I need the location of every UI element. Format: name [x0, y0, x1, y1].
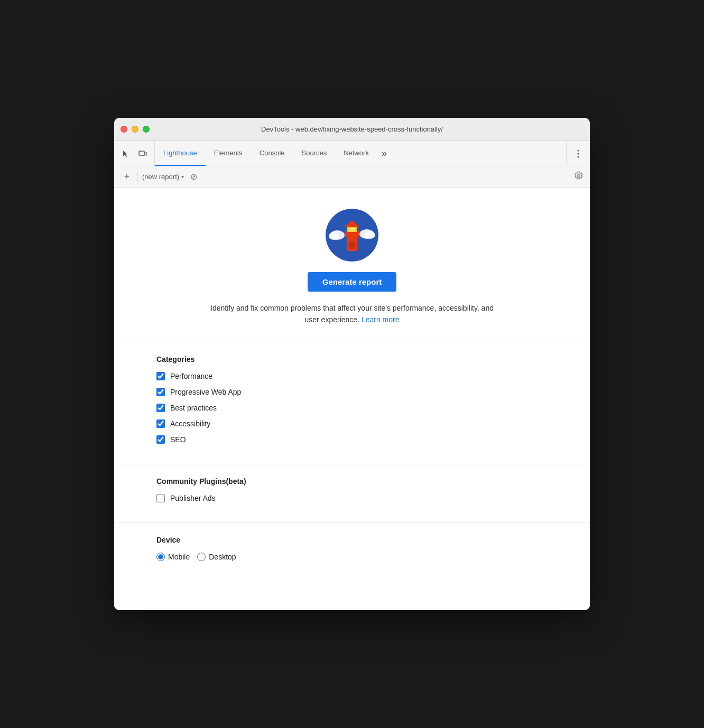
device-radio-group: Mobile Desktop — [156, 553, 548, 561]
radio-desktop[interactable]: Desktop — [197, 553, 236, 561]
lighthouse-logo — [326, 209, 378, 262]
cursor-icon[interactable] — [118, 146, 133, 161]
checkbox-best-practices[interactable]: Best practices — [156, 404, 548, 412]
device-section: Device Mobile Desktop — [114, 523, 590, 574]
chevron-down-icon: ▾ — [181, 174, 184, 180]
more-tabs-button[interactable]: » — [377, 141, 391, 166]
learn-more-link[interactable]: Learn more — [362, 315, 400, 324]
tab-network[interactable]: Network — [335, 141, 377, 166]
more-options-icon[interactable] — [571, 146, 586, 161]
devtools-window: DevTools - web.dev/fixing-website-speed-… — [114, 118, 590, 610]
tab-sources[interactable]: Sources — [293, 141, 336, 166]
toolbar-right — [566, 141, 586, 166]
hero-description: Identify and fix common problems that af… — [204, 302, 500, 326]
report-selector[interactable]: (new report) ▾ — [142, 173, 184, 181]
divider — [137, 172, 138, 182]
plugins-section: Community Plugins(beta) Publisher Ads — [114, 464, 590, 522]
tabs: Lighthouse Elements Console Sources Netw… — [155, 141, 566, 166]
add-report-button[interactable]: + — [121, 171, 133, 183]
device-title: Device — [156, 536, 548, 544]
plugins-title: Community Plugins(beta) — [156, 477, 548, 486]
svg-rect-10 — [349, 228, 355, 231]
cancel-report-button[interactable]: ⊘ — [188, 172, 199, 182]
settings-icon[interactable] — [574, 171, 583, 183]
tab-console[interactable]: Console — [251, 141, 293, 166]
categories-title: Categories — [156, 355, 548, 363]
title-bar: DevTools - web.dev/fixing-website-speed-… — [114, 118, 590, 141]
subtitle-right — [574, 171, 583, 183]
svg-rect-1 — [145, 152, 146, 155]
radio-mobile[interactable]: Mobile — [156, 553, 190, 561]
svg-rect-0 — [139, 151, 144, 155]
toolbar-left — [118, 141, 155, 166]
checkbox-performance[interactable]: Performance — [156, 372, 548, 380]
maximize-button[interactable] — [143, 126, 150, 133]
radio-mobile-input[interactable] — [156, 553, 165, 561]
svg-point-15 — [365, 231, 375, 239]
checkbox-best-practices-input[interactable] — [156, 404, 165, 412]
close-button[interactable] — [121, 126, 127, 133]
window-title: DevTools - web.dev/fixing-website-speed-… — [261, 125, 443, 133]
svg-point-2 — [578, 150, 579, 151]
report-name: (new report) — [142, 173, 179, 181]
generate-report-button[interactable]: Generate report — [308, 272, 397, 292]
main-content: Generate report Identify and fix common … — [114, 188, 590, 610]
subtitle-bar: + (new report) ▾ ⊘ — [114, 166, 590, 188]
checkbox-pwa-input[interactable] — [156, 388, 165, 396]
svg-point-3 — [578, 153, 579, 154]
hero-section: Generate report Identify and fix common … — [114, 188, 590, 342]
traffic-lights — [121, 126, 150, 133]
minimize-button[interactable] — [132, 126, 138, 133]
checkbox-pwa[interactable]: Progressive Web App — [156, 388, 548, 396]
checkbox-performance-input[interactable] — [156, 372, 165, 380]
categories-section: Categories Performance Progressive Web A… — [114, 342, 590, 464]
checkbox-seo-input[interactable] — [156, 435, 165, 444]
svg-rect-11 — [349, 241, 355, 249]
device-toggle-icon[interactable] — [135, 146, 150, 161]
svg-point-13 — [329, 232, 339, 240]
checkbox-publisher-ads[interactable]: Publisher Ads — [156, 494, 548, 502]
checkbox-seo[interactable]: SEO — [156, 435, 548, 444]
checkbox-accessibility[interactable]: Accessibility — [156, 419, 548, 428]
checkbox-accessibility-input[interactable] — [156, 419, 165, 428]
svg-point-4 — [578, 156, 579, 157]
tab-elements[interactable]: Elements — [206, 141, 251, 166]
toolbar: Lighthouse Elements Console Sources Netw… — [114, 141, 590, 166]
radio-desktop-input[interactable] — [197, 553, 206, 561]
tab-lighthouse[interactable]: Lighthouse — [155, 141, 206, 166]
checkbox-publisher-ads-input[interactable] — [156, 494, 165, 502]
